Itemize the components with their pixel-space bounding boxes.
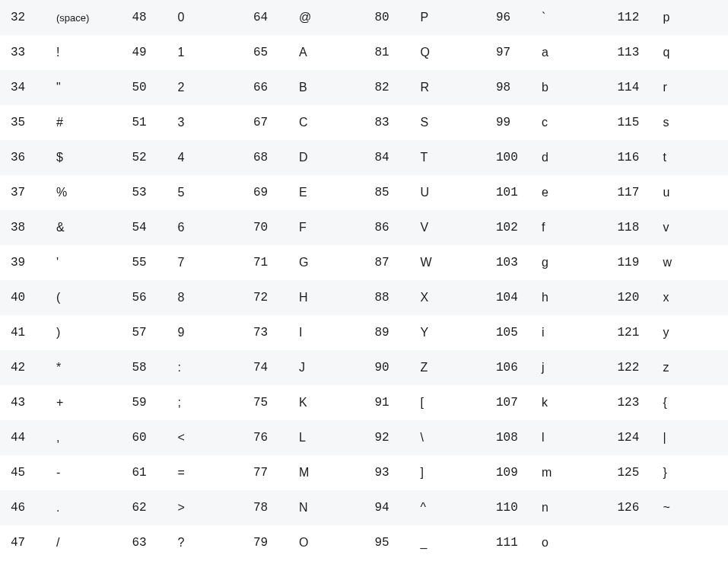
ascii-code: 116 (618, 151, 663, 164)
ascii-code: 65 (253, 46, 299, 59)
ascii-row: 98b (485, 70, 607, 105)
ascii-char: _ (421, 536, 428, 550)
ascii-code: 102 (496, 221, 542, 234)
ascii-char: 3 (178, 116, 185, 129)
ascii-char: r (663, 81, 667, 94)
ascii-char: ( (56, 291, 60, 304)
ascii-code: 49 (132, 46, 178, 59)
ascii-char: n (542, 501, 548, 515)
ascii-char: - (56, 466, 60, 480)
ascii-row: 96` (485, 0, 607, 35)
ascii-code: 109 (496, 466, 542, 480)
ascii-char: & (56, 221, 65, 234)
ascii-row: 557 (122, 245, 243, 280)
ascii-char: (space) (56, 12, 89, 24)
ascii-char: s (663, 116, 669, 129)
ascii-code: 60 (132, 431, 178, 445)
ascii-char: o (542, 536, 548, 550)
ascii-code: 80 (375, 11, 421, 24)
ascii-code: 101 (496, 186, 542, 199)
ascii-code: 97 (496, 46, 542, 59)
ascii-code: 78 (253, 501, 299, 515)
ascii-char: / (56, 536, 59, 550)
ascii-row: 63? (122, 525, 243, 560)
ascii-char: Z (421, 361, 428, 375)
ascii-char: | (663, 431, 666, 445)
ascii-char: N (299, 501, 308, 515)
ascii-code: 117 (618, 186, 663, 199)
ascii-code: 34 (11, 81, 56, 94)
ascii-char: 8 (178, 291, 185, 304)
ascii-char: M (299, 466, 309, 480)
ascii-row: 94^ (364, 490, 486, 525)
ascii-code: 125 (618, 466, 663, 480)
ascii-row: 101e (485, 175, 607, 210)
ascii-char: X (421, 291, 429, 304)
ascii-column: 64@65A66B67C68D69E70F71G72H73I74J75K76L7… (243, 0, 364, 560)
ascii-code: 69 (253, 186, 299, 199)
ascii-row: 93] (364, 455, 486, 490)
ascii-char: 2 (178, 81, 185, 94)
ascii-code: 40 (11, 291, 56, 304)
ascii-row: 568 (122, 280, 243, 315)
ascii-char: U (421, 186, 430, 199)
ascii-code: 39 (11, 256, 56, 269)
ascii-char: e (542, 186, 548, 199)
ascii-row: 34" (0, 70, 122, 105)
ascii-char: k (542, 396, 548, 410)
ascii-code: 104 (496, 291, 542, 304)
ascii-char: i (542, 326, 545, 339)
ascii-row: 45- (0, 455, 122, 490)
ascii-row: 118v (607, 210, 729, 245)
ascii-code: 50 (132, 81, 178, 94)
ascii-char: ` (542, 11, 545, 24)
ascii-row: 97a (485, 35, 607, 70)
ascii-row: 104h (485, 280, 607, 315)
ascii-code: 105 (496, 326, 542, 339)
ascii-row: 81Q (364, 35, 486, 70)
ascii-code: 37 (11, 186, 56, 199)
ascii-code: 89 (375, 326, 421, 339)
ascii-char: J (299, 361, 305, 375)
ascii-row: 44, (0, 420, 122, 455)
ascii-row: 91[ (364, 385, 486, 420)
ascii-char: S (421, 116, 429, 129)
ascii-code: 72 (253, 291, 299, 304)
ascii-row: 110n (485, 490, 607, 525)
ascii-code: 111 (496, 536, 542, 550)
ascii-char: { (663, 396, 667, 410)
ascii-code: 77 (253, 466, 299, 480)
ascii-row: 84T (364, 140, 486, 175)
ascii-code: 86 (375, 221, 421, 234)
ascii-row: 47/ (0, 525, 122, 560)
ascii-code: 61 (132, 466, 178, 480)
ascii-code: 113 (618, 46, 663, 59)
ascii-char: P (421, 11, 429, 24)
ascii-row: 83S (364, 105, 486, 140)
ascii-char: y (663, 326, 669, 339)
ascii-code: 81 (375, 46, 421, 59)
ascii-char: ? (178, 536, 185, 550)
ascii-row: 121y (607, 315, 729, 350)
ascii-row: 491 (122, 35, 243, 70)
ascii-char: ] (421, 466, 424, 480)
ascii-row: 65A (243, 35, 364, 70)
ascii-char: l (542, 431, 545, 445)
ascii-row: 109m (485, 455, 607, 490)
ascii-row: 59; (122, 385, 243, 420)
ascii-code: 66 (253, 81, 299, 94)
ascii-code: 115 (618, 116, 663, 129)
ascii-row: 124| (607, 420, 729, 455)
ascii-char: [ (421, 396, 424, 410)
ascii-code: 74 (253, 361, 299, 375)
ascii-char: z (663, 361, 669, 375)
ascii-code: 108 (496, 431, 542, 445)
ascii-char: # (56, 116, 63, 129)
ascii-row-empty (607, 525, 729, 560)
ascii-code: 54 (132, 221, 178, 234)
ascii-code: 94 (375, 501, 421, 515)
ascii-code: 52 (132, 151, 178, 164)
ascii-row: 79O (243, 525, 364, 560)
ascii-code: 64 (253, 11, 299, 24)
ascii-char: w (663, 256, 672, 269)
